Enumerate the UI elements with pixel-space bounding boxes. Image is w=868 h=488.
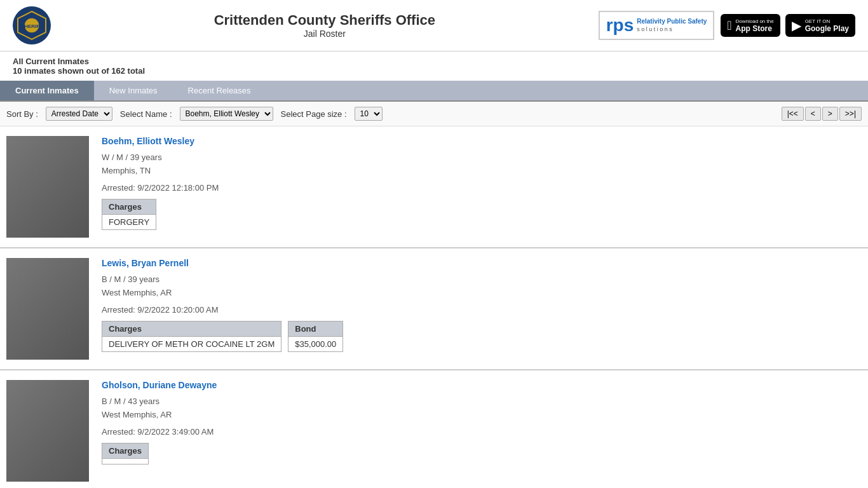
inmate-row: Boehm, Elliott WesleyW / M / 39 yearsMem… [0, 126, 868, 248]
inmate-count-label: 10 inmates shown out of 162 total [13, 66, 855, 76]
rps-logo: rps Relativity Public Safety s o l u t i… [599, 11, 715, 40]
inmate-arrested-date: Arrested: 9/2/2022 10:20:00 AM [102, 305, 862, 315]
pagination-controls: |<< < > >>| [782, 107, 862, 121]
header-right: rps Relativity Public Safety s o l u t i… [599, 11, 855, 40]
google-play-button[interactable]: ▶ GET IT ON Google Play [785, 14, 855, 37]
inmate-list: Boehm, Elliott WesleyW / M / 39 yearsMem… [0, 126, 868, 488]
charges-table: Charges FORGERY [102, 199, 156, 230]
charges-header: Charges [102, 443, 149, 458]
charges-value: DELIVERY OF METH OR COCAINE LT 2GM [102, 336, 281, 351]
nav-prev-button[interactable]: < [805, 107, 821, 121]
inmate-demographics: B / M / 39 yearsWest Memphis, AR [102, 273, 862, 300]
charges-value [102, 458, 149, 464]
inmate-photo [6, 258, 89, 360]
bond-table: Bond $35,000.00 [288, 321, 343, 352]
nav-next-button[interactable]: > [822, 107, 838, 121]
page-title: Crittenden County Sheriffs Office [51, 12, 599, 29]
charges-header: Charges [102, 199, 156, 214]
inmate-arrested-date: Arrested: 9/2/2022 12:18:00 PM [102, 183, 862, 193]
inmate-row: Gholson, Duriane DewayneB / M / 43 years… [0, 370, 868, 488]
tab-new-inmates[interactable]: New Inmates [94, 81, 173, 100]
inmate-info: Boehm, Elliott WesleyW / M / 39 yearsMem… [102, 136, 862, 230]
charges-value: FORGERY [102, 214, 156, 229]
charges-header: Charges [102, 321, 281, 336]
rps-abbrev: rps [606, 15, 634, 36]
toolbar: Sort By : Arrested Date Select Name : Bo… [0, 102, 868, 126]
nav-last-button[interactable]: >>| [839, 107, 862, 121]
inmate-info: Lewis, Bryan PernellB / M / 39 yearsWest… [102, 258, 862, 352]
app-download-buttons:  Download on the App Store ▶ GET IT ON … [721, 14, 855, 37]
tab-current-inmates[interactable]: Current Inmates [0, 81, 94, 100]
page-size-select[interactable]: 10 [355, 107, 383, 121]
apple-app-store-button[interactable]:  Download on the App Store [721, 14, 780, 37]
google-play-icon: ▶ [792, 18, 801, 33]
all-current-inmates-label: All Current Inmates [13, 57, 855, 66]
inmate-demographics: W / M / 39 yearsMemphis, TN [102, 151, 862, 178]
page-header: SHERIFF Crittenden County Sheriffs Offic… [0, 0, 868, 51]
sort-select[interactable]: Arrested Date [46, 107, 112, 121]
header-title-block: Crittenden County Sheriffs Office Jail R… [51, 12, 599, 39]
bond-value: $35,000.00 [288, 336, 343, 351]
inmate-name[interactable]: Boehm, Elliott Wesley [102, 136, 862, 146]
charges-table: Charges DELIVERY OF METH OR COCAINE LT 2… [102, 321, 281, 352]
inmate-row: Lewis, Bryan PernellB / M / 39 yearsWest… [0, 248, 868, 370]
inmate-photo [6, 380, 89, 482]
rps-tagline: Relativity Public Safety s o l u t i o n… [637, 17, 707, 33]
charges-bond-container: Charges DELIVERY OF METH OR COCAINE LT 2… [102, 315, 862, 352]
name-select[interactable]: Boehm, Elliott Wesley [180, 107, 273, 121]
page-subtitle: Jail Roster [51, 29, 599, 39]
subheader: All Current Inmates 10 inmates shown out… [0, 51, 868, 81]
inmate-info: Gholson, Duriane DewayneB / M / 43 years… [102, 380, 862, 464]
name-select-label: Select Name : [120, 109, 172, 119]
charges-bond-container: Charges [102, 437, 862, 464]
bond-header: Bond [288, 321, 343, 336]
tab-bar: Current Inmates New Inmates Recent Relea… [0, 81, 868, 102]
tab-recent-releases[interactable]: Recent Releases [173, 81, 266, 100]
inmate-demographics: B / M / 43 yearsWest Memphis, AR [102, 395, 862, 422]
sort-label: Sort By : [6, 109, 38, 119]
apple-icon:  [727, 18, 731, 33]
inmate-name[interactable]: Gholson, Duriane Dewayne [102, 380, 862, 390]
charges-table: Charges [102, 443, 149, 464]
nav-first-button[interactable]: |<< [782, 107, 804, 121]
sheriff-logo: SHERIFF [13, 6, 51, 44]
inmate-name[interactable]: Lewis, Bryan Pernell [102, 258, 862, 268]
inmate-arrested-date: Arrested: 9/2/2022 3:49:00 AM [102, 427, 862, 437]
page-size-label: Select Page size : [281, 109, 347, 119]
inmate-photo [6, 136, 89, 238]
charges-bond-container: Charges FORGERY [102, 193, 862, 230]
svg-text:SHERIFF: SHERIFF [21, 24, 43, 29]
